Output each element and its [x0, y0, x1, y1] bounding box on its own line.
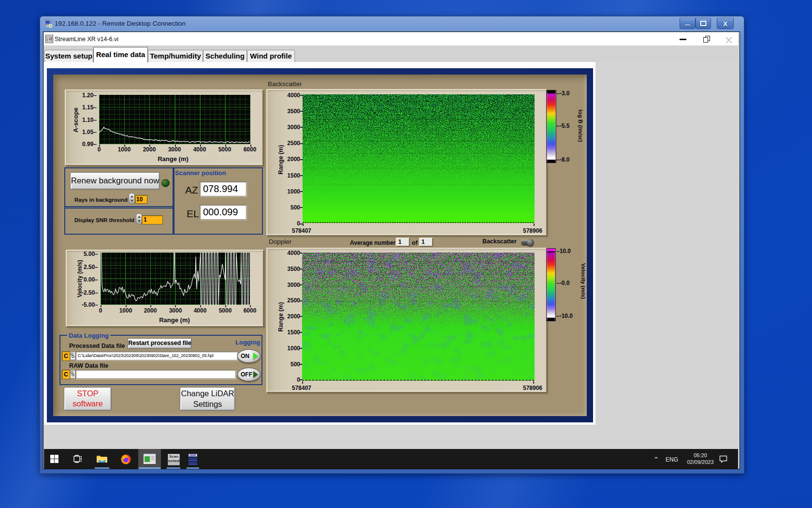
svg-text:GEEK: GEEK — [190, 454, 197, 457]
